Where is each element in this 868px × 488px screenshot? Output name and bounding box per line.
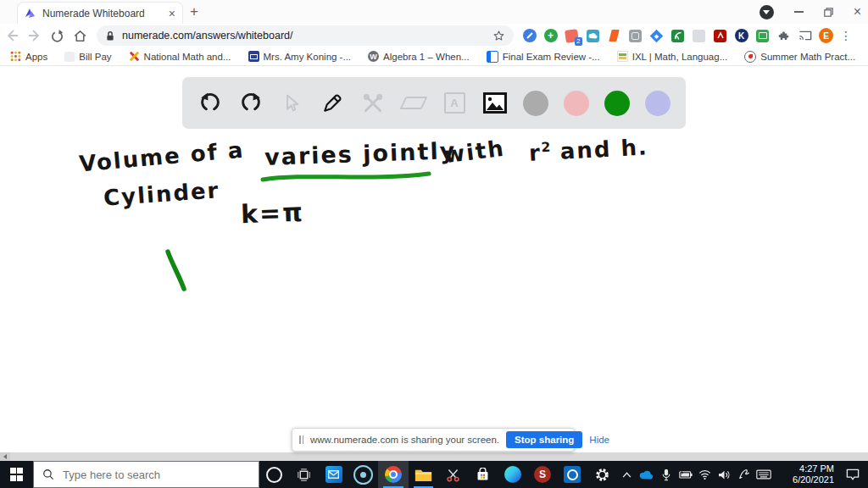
pen-color-gray[interactable] xyxy=(515,91,556,116)
circle-favicon xyxy=(744,51,756,63)
browser-menu-icon[interactable]: ⋮ xyxy=(840,29,852,42)
home-button-icon[interactable] xyxy=(69,29,92,43)
reload-button-icon[interactable] xyxy=(46,29,69,43)
cast-icon[interactable] xyxy=(798,29,812,43)
tray-chevron-up-icon[interactable] xyxy=(617,461,637,488)
handwriting-volume-of-a: Volume of a xyxy=(78,137,245,177)
numerade-favicon xyxy=(25,8,36,19)
bookmark-algebra1[interactable]: W Algebra 1 – When... xyxy=(368,51,470,62)
horizontal-scrollbar[interactable] xyxy=(0,452,868,461)
profile-avatar[interactable]: E xyxy=(819,29,833,43)
minimize-button[interactable] xyxy=(794,11,804,13)
eraser-tool[interactable] xyxy=(393,97,434,109)
redo-button[interactable] xyxy=(231,92,271,115)
ixl-favicon xyxy=(617,51,628,62)
bookmark-ixl[interactable]: IXL | Math, Languag... xyxy=(617,51,728,62)
apps-label: Apps xyxy=(25,52,47,62)
stamp-extension-icon[interactable] xyxy=(628,29,643,43)
windows-taskbar: S xyxy=(0,461,868,488)
microphone-icon[interactable] xyxy=(656,461,676,488)
pen-tool[interactable] xyxy=(312,92,353,114)
clock-time: 4:27 PM xyxy=(799,463,834,474)
onedrive-cloud-icon[interactable] xyxy=(637,461,656,488)
back-button-icon[interactable] xyxy=(0,29,23,42)
browser-tab[interactable]: Numerade Whiteboard × xyxy=(17,2,183,24)
bookmark-summer-math[interactable]: Summer Math Pract... xyxy=(744,51,855,63)
puzzle-extensions-menu-icon[interactable] xyxy=(776,29,791,43)
extensions-area: + 2 K xyxy=(522,29,852,43)
bookmark-amy-koning[interactable]: Mrs. Amy Koning -... xyxy=(248,51,352,62)
pen-color-pink[interactable] xyxy=(556,91,597,116)
tab-close-icon[interactable]: × xyxy=(169,8,175,19)
apps-grid-icon xyxy=(10,51,21,62)
url-text: numerade.com/answers/whiteboard/ xyxy=(122,30,486,42)
mail-app-icon[interactable] xyxy=(319,461,348,488)
drag-handle-icon[interactable] xyxy=(299,435,303,444)
undo-button[interactable] xyxy=(190,92,231,115)
screencast-extension-icon[interactable] xyxy=(670,29,685,43)
green-underline-stroke xyxy=(259,169,434,185)
window-favicon xyxy=(487,51,498,63)
share-message: www.numerade.com is sharing your screen. xyxy=(310,435,499,445)
restore-button[interactable] xyxy=(824,8,833,17)
windows-ink-pen-icon[interactable] xyxy=(734,461,754,488)
blue-circle-extension-icon[interactable] xyxy=(522,29,537,43)
volume-icon[interactable] xyxy=(715,461,734,488)
taskbar-clock[interactable]: 4:27 PM 6/20/2021 xyxy=(773,461,837,488)
text-tool[interactable]: A xyxy=(434,92,475,114)
shape-tools[interactable] xyxy=(353,92,393,114)
taskbar-search[interactable] xyxy=(33,461,259,488)
robot-extension-icon[interactable] xyxy=(755,29,770,43)
task-view-icon[interactable] xyxy=(289,461,319,488)
snagit-icon[interactable]: S xyxy=(527,461,557,488)
apps-shortcut[interactable]: Apps xyxy=(10,51,47,62)
cloud-extension-icon[interactable] xyxy=(586,29,600,43)
forward-button-icon[interactable] xyxy=(23,29,46,42)
snipping-tool-icon[interactable] xyxy=(438,461,468,488)
whiteboard-canvas[interactable]: A Volume of a Cylinder varies jointly wi… xyxy=(0,66,868,452)
stop-sharing-button[interactable]: Stop sharing xyxy=(506,431,582,448)
outlook-icon[interactable] xyxy=(558,461,587,488)
bookmarks-bar: Apps Bill Pay National Math and... Mrs. … xyxy=(0,47,868,66)
flag-extension-icon[interactable] xyxy=(607,29,621,43)
bookmark-bill-pay[interactable]: Bill Pay xyxy=(64,52,111,62)
lock-icon xyxy=(105,30,115,42)
scroll-left-button[interactable] xyxy=(0,452,10,461)
pen-color-lavender[interactable] xyxy=(637,91,678,116)
badged-extension-icon[interactable]: 2 xyxy=(565,29,579,43)
diamond-extension-icon[interactable] xyxy=(649,29,664,43)
taskbar-chrome-icon[interactable] xyxy=(378,461,408,488)
pen-color-green[interactable] xyxy=(597,91,637,116)
green-pen-stroke xyxy=(161,247,192,295)
disabled-extension-icon[interactable] xyxy=(692,29,706,43)
select-cursor-tool[interactable] xyxy=(271,93,312,114)
wordpress-favicon: W xyxy=(368,51,379,62)
bookmark-national-math[interactable]: National Math and... xyxy=(129,51,231,62)
recorder-app-icon[interactable] xyxy=(348,461,378,488)
settings-gear-icon[interactable] xyxy=(587,461,617,488)
handwriting-k-equals-pi: k=π xyxy=(240,197,304,230)
browser-titlebar: Numerade Whiteboard × + × xyxy=(0,0,868,24)
bookmark-final-exam[interactable]: Final Exam Review -... xyxy=(487,51,600,63)
wifi-icon[interactable] xyxy=(695,461,715,488)
file-explorer-icon[interactable] xyxy=(409,461,438,488)
pdf-extension-icon[interactable] xyxy=(713,29,727,43)
address-bar[interactable]: numerade.com/answers/whiteboard/ xyxy=(97,25,514,46)
action-center-icon[interactable] xyxy=(837,461,868,488)
kami-extension-icon[interactable]: K xyxy=(734,29,748,43)
battery-icon[interactable] xyxy=(676,461,695,488)
image-tool[interactable] xyxy=(475,92,515,114)
browser-toolbar: numerade.com/answers/whiteboard/ + 2 xyxy=(0,24,868,47)
bookmark-star-icon[interactable] xyxy=(492,30,505,42)
start-button[interactable] xyxy=(0,461,33,488)
taskbar-search-input[interactable] xyxy=(61,468,242,482)
touch-keyboard-icon[interactable] xyxy=(754,461,773,488)
edge-browser-icon[interactable] xyxy=(498,461,527,488)
new-tab-button[interactable]: + xyxy=(190,3,198,20)
browser-update-indicator-icon[interactable] xyxy=(760,5,774,19)
window-close-button[interactable]: × xyxy=(854,5,861,19)
hide-share-bar-link[interactable]: Hide xyxy=(589,435,609,445)
plus-extension-icon[interactable]: + xyxy=(543,29,558,43)
microsoft-store-icon[interactable] xyxy=(468,461,498,488)
cortana-icon[interactable] xyxy=(259,461,289,488)
